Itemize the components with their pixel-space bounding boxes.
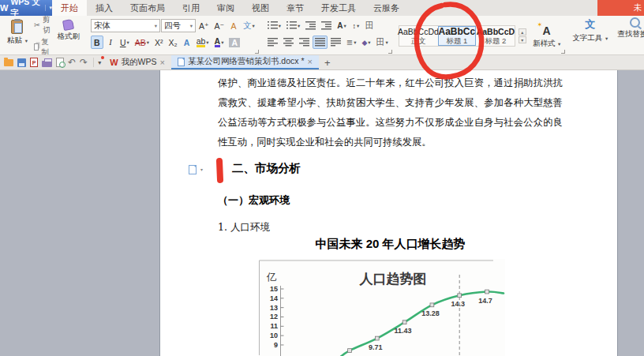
chevron-down-icon: ▾ [368,39,370,46]
document-icon [178,58,185,66]
chevron-down-icon: ▾ [190,23,193,29]
chevron-down-icon: ▾ [386,39,388,46]
style-sample: AaBbCc [439,27,476,36]
copy-button[interactable]: 复制 [34,37,51,56]
app-menu-button[interactable]: W WPS 文字 ▾ [0,0,52,16]
wps-logo-icon: W [0,3,8,13]
shrink-font-button[interactable]: A⁻ [212,19,227,32]
grow-font-button[interactable]: A⁺ [197,19,212,32]
chevron-down-icon: ▾ [127,39,129,46]
save-button[interactable] [17,58,26,67]
population-chart[interactable]: 人口趋势图亿15141312111099.7111.4313.2814.314.… [259,259,505,356]
menu-tab-section[interactable]: 章节 [278,0,313,16]
chevron-down-icon: ▾ [605,36,608,41]
close-icon[interactable]: × [308,57,313,66]
style-heading1[interactable]: AaBbCc 标题 1 [438,26,476,46]
clear-format-button[interactable]: A [227,19,240,32]
print-preview-button[interactable] [56,58,64,67]
numbered-list-button[interactable]: ▾ [284,19,302,32]
italic-button[interactable]: I [104,36,117,49]
subscript-button[interactable]: X₂ [167,36,180,49]
font-family-select[interactable]: 宋体 ▾ [91,19,160,32]
character-shading-button[interactable]: A [227,36,242,49]
insert-table-button[interactable]: 田 [363,19,376,32]
tab-my-wps[interactable]: W 我的WPS × [103,55,171,69]
borders-button[interactable]: 田▾ [374,36,391,49]
paragraph-dialog-launcher[interactable] [388,50,392,54]
menu-tab-developer[interactable]: 开发工具 [313,0,365,16]
gallery-spinner: ▴ ▾ [518,28,527,43]
numbered-list-icon [286,21,297,32]
justify-button[interactable] [313,36,328,49]
tab-document[interactable]: 某某公司网络营销策划书.docx * × [171,55,319,69]
gallery-down-button[interactable]: ▾ [519,36,526,43]
menu-tab-home[interactable]: 开始 [52,0,87,16]
gallery-up-button[interactable]: ▴ [519,28,526,36]
copy-icon [34,43,39,51]
chevron-down-icon: ▾ [558,41,560,47]
find-replace-button[interactable]: 查找替换 ▾ [614,16,644,54]
font-dialog-launcher[interactable] [255,50,259,54]
highlight-color-button[interactable]: ab▾ [194,36,212,49]
align-right-button[interactable] [297,36,312,49]
bold-button[interactable]: B [91,36,103,49]
new-tab-button[interactable]: + [319,55,336,69]
pinyin-guide-button[interactable]: 文▾ [241,19,257,32]
underline-button[interactable]: U▾ [118,36,132,49]
format-painter-button[interactable]: 格式刷 [54,18,83,54]
chevron-down-icon: ▾ [253,23,255,29]
print-button[interactable] [42,58,52,67]
font-size-select[interactable]: 四号 ▾ [161,19,196,32]
customize-toolbar-button[interactable]: ▾ [95,55,103,69]
app-window: W WPS 文字 ▾ 开始 插入 页面布局 引用 审阅 视图 章节 开发工具 云… [0,0,644,356]
strikethrough-button[interactable]: AB▾ [133,36,152,49]
shading-fill-button[interactable]: ◆▾ [359,36,373,49]
align-center-button[interactable] [281,36,296,49]
paste-button[interactable]: 粘贴 ▾ [4,18,31,54]
new-style-button[interactable]: A 新样式 ▾ [530,23,564,49]
justify-icon [315,37,325,48]
menu-tab-cloud[interactable]: 云服务 [365,0,408,16]
menu-tab-review[interactable]: 审阅 [208,0,243,16]
align-left-icon [268,37,278,48]
heading-collapse-icon[interactable] [189,165,197,174]
account-badge[interactable]: 未 [597,0,644,16]
open-file-button[interactable] [4,59,13,66]
paragraph-group: ▾ ▾ A▾ ↕▾ 田 ≣▾ ◆▾ 田▾ [263,16,393,54]
increase-indent-button[interactable] [319,19,334,32]
menu-tab-insert[interactable]: 插入 [87,0,122,16]
quickbar-divider [93,58,94,67]
chevron-down-icon: ▾ [279,23,281,29]
text-tools-button[interactable]: 文 文字工具 ▾ [569,16,611,54]
redo-button[interactable]: ↷ [80,58,88,67]
styles-dialog-launcher[interactable] [561,50,565,54]
menu-tab-page-layout[interactable]: 页面布局 [122,0,174,16]
text-effects-button[interactable]: A [181,36,193,49]
document-page[interactable]: 保护、商业道德及社区责任。近二十年来，红牛公司投入巨资，通过捐助抗洪抗 震救灾、… [159,70,618,356]
menu-tab-view[interactable]: 视图 [243,0,278,16]
style-label: 正文 [410,36,425,45]
export-pdf-button[interactable]: P [30,58,38,67]
bullet-list-button[interactable]: ▾ [265,19,283,32]
style-sample: AaBbCcDd [398,27,439,36]
line-spacing-button[interactable]: ↕▾ [350,19,362,32]
population-trend-chart: 人口趋势图亿15141312111099.7111.4313.2814.314.… [259,259,505,356]
font-color-button[interactable]: A▾ [212,36,227,49]
style-heading2[interactable]: AaBbCcD 标题 2 [477,26,515,46]
character-scale-button[interactable]: A▾ [335,19,349,32]
new-style-label: 新样式 [533,39,556,47]
align-left-button[interactable] [265,36,280,49]
style-normal[interactable]: AaBbCcDd 正文 [399,26,437,46]
menu-tab-references[interactable]: 引用 [174,0,208,16]
title-bar: W WPS 文字 ▾ 开始 插入 页面布局 引用 审阅 视图 章节 开发工具 云… [0,0,644,16]
find-replace-label: 查找替换 [617,29,644,38]
cut-button[interactable]: ✂ 剪切 [34,16,51,36]
style-label: 标题 2 [485,36,506,45]
character-scale-icon: A [337,21,343,30]
paragraph-layout-button[interactable]: ≣▾ [344,36,359,49]
undo-button[interactable]: ↶ [68,58,76,67]
distribute-button[interactable] [328,36,343,49]
decrease-indent-button[interactable] [303,19,318,32]
superscript-button[interactable]: X² [152,36,166,49]
close-icon[interactable]: × [159,58,164,67]
